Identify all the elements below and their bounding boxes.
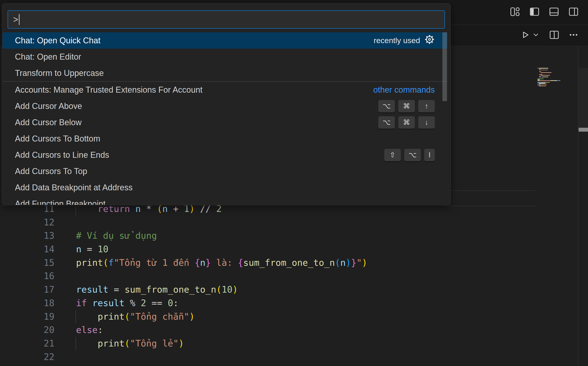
- code-line[interactable]: 13# Ví dụ sử dụng: [0, 229, 535, 243]
- code-line[interactable]: 15print(f"Tổng từ 1 đến {n} là: {sum_fro…: [0, 256, 535, 270]
- keycap: ⌥: [404, 149, 421, 161]
- command-item-right: other commands: [373, 85, 435, 95]
- line-number: 19: [0, 310, 55, 324]
- line-number: 17: [0, 283, 55, 297]
- line-text: if result % 2 == 0:: [55, 297, 178, 310]
- line-number: 15: [0, 256, 55, 270]
- keycap: ⌘: [398, 116, 415, 129]
- line-text: n = 10: [55, 243, 108, 256]
- code-line[interactable]: 18if result % 2 == 0:: [0, 297, 535, 310]
- command-item-right: ⌥⌘↓: [378, 116, 435, 129]
- run-dropdown-chevron-icon[interactable]: [532, 30, 540, 40]
- line-number: 20: [0, 323, 55, 337]
- command-item[interactable]: Add Function Breakpoint: [2, 196, 447, 205]
- command-item[interactable]: Add Cursors To Bottom: [2, 130, 447, 147]
- command-item-right: ⇧⌥I: [384, 149, 435, 161]
- command-label: Add Cursor Above: [15, 101, 82, 111]
- other-commands-link[interactable]: other commands: [373, 85, 435, 95]
- command-item[interactable]: Chat: Open Quick Chatrecently used: [2, 32, 447, 49]
- keycap: I: [424, 149, 435, 161]
- customize-layout-icon[interactable]: [510, 7, 520, 17]
- command-item[interactable]: Add Data Breakpoint at Address: [2, 179, 447, 196]
- command-label: Add Function Breakpoint: [15, 199, 105, 205]
- code-line[interactable]: 14n = 10: [0, 243, 535, 256]
- keycap: ⇧: [384, 149, 401, 161]
- line-number: 13: [0, 229, 55, 243]
- keycap: ⌥: [378, 116, 395, 129]
- line-text: [55, 351, 76, 364]
- run-button[interactable]: [520, 30, 531, 40]
- command-label: Add Cursor Below: [15, 118, 81, 127]
- code-content[interactable]: 11 return n * (n + 1) // 21213# Ví dụ sử…: [0, 202, 535, 364]
- command-item-right: recently used: [374, 34, 435, 47]
- command-label: Add Cursors To Top: [15, 167, 87, 176]
- split-editor-button[interactable]: [549, 30, 559, 40]
- line-text: [55, 269, 76, 283]
- code-line[interactable]: 12: [0, 216, 535, 229]
- command-label: Chat: Open Editor: [15, 52, 81, 62]
- editor-decoration-rule: [0, 206, 535, 206]
- command-item[interactable]: Add Cursor Above⌥⌘↑: [2, 98, 447, 114]
- query-text: >: [13, 15, 18, 24]
- code-line[interactable]: 19 print("Tổng chẵn"): [0, 310, 535, 324]
- command-palette: > Chat: Open Quick Chatrecently usedChat…: [2, 3, 451, 205]
- code-line[interactable]: 22: [0, 351, 535, 364]
- line-number: 22: [0, 351, 55, 364]
- command-palette-input[interactable]: >: [8, 10, 445, 29]
- keycap: ↓: [418, 116, 435, 129]
- layout-controls: [510, 7, 579, 17]
- line-number: 18: [0, 297, 55, 310]
- line-text: print("Tổng chẵn"): [55, 310, 195, 324]
- command-item-right: ⌥⌘↑: [378, 100, 435, 112]
- command-label: Accounts: Manage Trusted Extensions For …: [15, 85, 202, 95]
- keybinding: ⌥⌘↓: [378, 116, 435, 129]
- command-item[interactable]: Transform to Uppercase: [2, 65, 447, 81]
- line-number: 21: [0, 337, 55, 351]
- palette-scrollbar-thumb[interactable]: [442, 32, 447, 101]
- command-label: Add Cursors To Bottom: [15, 134, 100, 144]
- keybinding: ⇧⌥I: [384, 149, 435, 161]
- command-item[interactable]: Accounts: Manage Trusted Extensions For …: [2, 82, 447, 98]
- line-text: result = sum_from_one_to_n(10): [55, 283, 238, 297]
- command-label: Add Data Breakpoint at Address: [15, 183, 133, 192]
- command-item[interactable]: Add Cursors to Line Ends⇧⌥I: [2, 147, 447, 163]
- line-text: [55, 216, 76, 229]
- toggle-primary-sidebar-icon[interactable]: [529, 7, 540, 17]
- secondary-scroll-track: [578, 68, 588, 128]
- keybinding: ⌥⌘↑: [378, 100, 435, 112]
- code-line[interactable]: 21 print("Tổng lẻ"): [0, 337, 535, 351]
- line-number: 14: [0, 243, 55, 256]
- command-label: Add Cursors to Line Ends: [15, 150, 109, 160]
- keycap: ↑: [418, 100, 435, 112]
- toggle-secondary-sidebar-icon[interactable]: [568, 7, 579, 17]
- line-text: # Ví dụ sử dụng: [55, 229, 157, 243]
- keycap: ⌘: [398, 100, 415, 112]
- line-number: 12: [0, 216, 55, 229]
- command-item[interactable]: Add Cursors To Top: [2, 163, 447, 179]
- editor-actions-toolbar: [520, 30, 579, 40]
- keycap: ⌥: [378, 100, 395, 112]
- text-caret: [19, 14, 20, 25]
- line-text: print(f"Tổng từ 1 đến {n} là: {sum_from_…: [55, 256, 367, 270]
- minimap[interactable]: [538, 68, 570, 86]
- recently-used-label: recently used: [374, 36, 420, 45]
- command-item[interactable]: Add Cursor Below⌥⌘↓: [2, 114, 447, 130]
- line-text: else:: [55, 323, 103, 337]
- command-label: Transform to Uppercase: [15, 68, 104, 78]
- code-line[interactable]: 17result = sum_from_one_to_n(10): [0, 283, 535, 297]
- toggle-panel-icon[interactable]: [549, 7, 559, 17]
- command-label: Chat: Open Quick Chat: [15, 36, 100, 46]
- editor-group-border: [578, 46, 578, 366]
- code-line[interactable]: 16: [0, 269, 535, 283]
- code-line[interactable]: 20else:: [0, 323, 535, 337]
- scrollbar-thumb[interactable]: [579, 128, 588, 132]
- command-list: Chat: Open Quick Chatrecently usedChat: …: [2, 32, 447, 205]
- configure-keybinding-gear-icon[interactable]: [424, 34, 435, 47]
- more-actions-button[interactable]: [568, 30, 579, 40]
- line-text: print("Tổng lẻ"): [55, 337, 184, 351]
- line-number: 16: [0, 269, 55, 283]
- command-item[interactable]: Chat: Open Editor: [2, 49, 447, 65]
